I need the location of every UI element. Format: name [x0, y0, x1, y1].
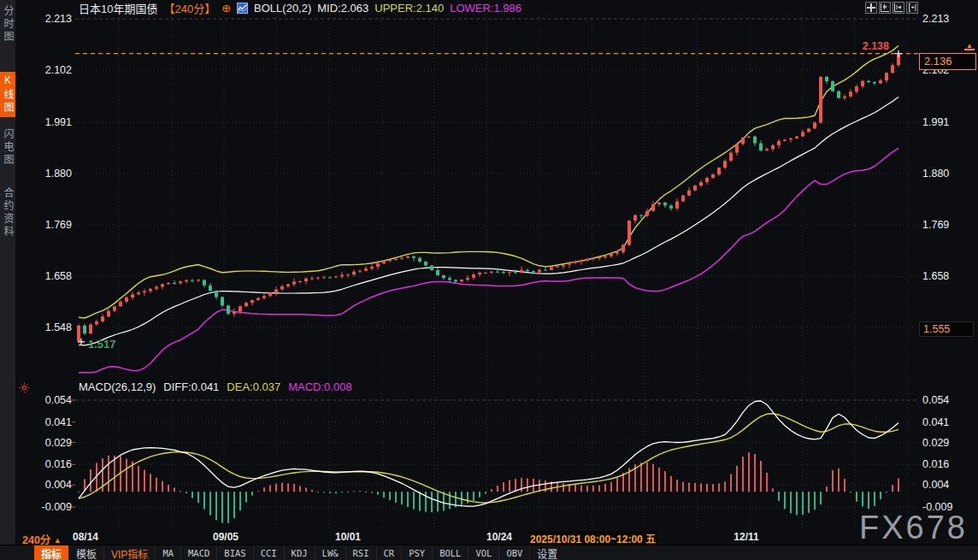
- toolbar-item-KDJ[interactable]: KDJ: [284, 545, 315, 560]
- macd-pane-header: MACD(26,12,9) DIFF:0.041 DEA:0.037 MACD:…: [79, 380, 352, 392]
- price-axis-tick: 1.880: [15, 168, 72, 180]
- toolbar-item-CR[interactable]: CR: [376, 545, 402, 560]
- toolbar-item-CCI[interactable]: CCI: [253, 545, 284, 560]
- session-low-label: 1.517: [88, 338, 116, 351]
- scroll-up-icon[interactable]: ▲: [964, 44, 975, 50]
- toolbar-item-VOL[interactable]: VOL: [468, 545, 498, 560]
- fit-x-axis-icon[interactable]: [893, 2, 904, 14]
- price-axis-tick: 2.213: [922, 13, 949, 25]
- toolbar-item-BIAS[interactable]: BIAS: [216, 545, 252, 560]
- date-label: 10/24: [486, 531, 512, 543]
- toolbar-item-设置[interactable]: 设置: [529, 545, 564, 560]
- boll-mid-value: MID:2.063: [317, 2, 368, 15]
- price-axis-tick: 1.769: [15, 219, 72, 231]
- macd-axis-tick: 0.004: [922, 479, 949, 491]
- chart-canvas[interactable]: [0, 0, 978, 560]
- macd-axis-tick: 0.054: [922, 394, 949, 406]
- fit-y-axis-icon[interactable]: [879, 2, 891, 14]
- date-label: 09/05: [213, 531, 239, 543]
- macd-axis-tick: -0.009: [922, 501, 952, 513]
- price-axis-tick: 1.548: [15, 321, 72, 333]
- macd-axis-tick: 0.004: [15, 479, 72, 491]
- toolbar-item-BOLL[interactable]: BOLL: [432, 545, 468, 560]
- macd-dea-value: DEA:0.037: [227, 380, 280, 392]
- price-axis-tick: 1.658: [922, 270, 949, 282]
- price-pane-header: 日本10年期国债 【240分】 ⊕ BOLL(20,2) MID:2.063 U…: [79, 2, 521, 15]
- toolbar-item-模板[interactable]: 模板: [68, 545, 103, 560]
- toolbar-item-OBV[interactable]: OBV: [498, 545, 529, 560]
- toolbar-item-PSY[interactable]: PSY: [401, 545, 432, 560]
- price-axis-tick: 2.213: [15, 13, 72, 25]
- indicator-settings-icon[interactable]: [19, 381, 30, 397]
- date-label: 08/14: [73, 531, 98, 543]
- time-axis: 08/1409/0510/0110/242025/10/31 08:00~12:…: [0, 529, 978, 545]
- chart-toolbar-buttons: [865, 2, 918, 14]
- macd-axis-tick: 0.029: [922, 437, 949, 449]
- toolbar-item-VIP指标[interactable]: VIP指标: [103, 545, 155, 560]
- chart-thumbnail-icon[interactable]: [237, 3, 248, 14]
- period-tag[interactable]: 【240分】: [163, 0, 215, 16]
- session-high-label: 2.138: [851, 40, 889, 52]
- macd-axis-tick: 0.041: [922, 416, 949, 428]
- toolbar-left-pad: [0, 545, 34, 560]
- highlighted-date-label: 2025/10/31 08:00~12:00 五: [527, 531, 658, 545]
- price-axis-tick: 1.880: [922, 168, 949, 180]
- price-axis-tick: 2.102: [15, 64, 72, 76]
- last-price-box: 2.136: [919, 53, 976, 70]
- toolbar-item-LW&[interactable]: LW&: [315, 545, 345, 560]
- trading-terminal-window: 分时图K线图闪电图合约资料 日本10年期国债 【240分】 ⊕ BOLL(20,…: [0, 0, 978, 560]
- macd-axis-tick: 0.041: [15, 416, 72, 428]
- compare-icon[interactable]: ⊕: [221, 3, 231, 14]
- macd-axis-tick: 0.029: [15, 437, 72, 449]
- macd-macd-value: MACD:0.008: [288, 380, 351, 392]
- indicator-toolbar: 指标模板VIP指标MAMACDBIASCCIKDJLW&RSICRPSYBOLL…: [0, 545, 978, 560]
- boll-upper-value: UPPER:2.140: [374, 2, 444, 15]
- date-label: 12/11: [734, 531, 758, 543]
- price-axis-tick: 1.991: [15, 116, 72, 128]
- macd-axis-tick: -0.009: [15, 501, 72, 513]
- macd-axis-tick: 0.016: [15, 458, 72, 470]
- boll-label: BOLL(20,2): [254, 2, 311, 15]
- symbol-name: 日本10年期国债: [79, 0, 157, 16]
- date-label: 10/01: [335, 531, 361, 543]
- macd-axis-tick: 0.016: [922, 458, 949, 470]
- toolbar-item-指标[interactable]: 指标: [34, 545, 68, 560]
- shift-right-icon[interactable]: [906, 2, 918, 14]
- chevron-up-icon: ▲: [54, 536, 62, 545]
- macd-label: MACD(26,12,9): [79, 380, 156, 392]
- price-axis-tick: 1.991: [922, 116, 949, 128]
- toolbar-item-MA[interactable]: MA: [155, 545, 180, 560]
- price-axis-tick: 1.658: [15, 270, 72, 282]
- reference-price-box: 1.555: [919, 321, 974, 337]
- toolbar-item-RSI[interactable]: RSI: [345, 545, 376, 560]
- toolbar-item-MACD[interactable]: MACD: [180, 545, 216, 560]
- boll-lower-value: LOWER:1.986: [450, 2, 521, 15]
- price-axis-tick: 1.769: [922, 219, 949, 231]
- pan-icon[interactable]: [865, 2, 877, 14]
- macd-diff-value: DIFF:0.041: [163, 380, 219, 392]
